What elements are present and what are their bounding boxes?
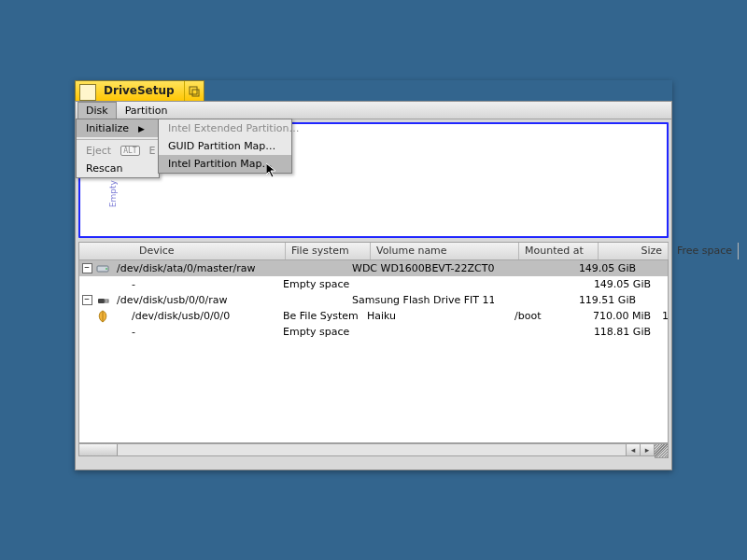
menu-initialize[interactable]: Initialize ▶ [77, 119, 159, 137]
row-icon [94, 294, 111, 307]
col-device[interactable]: Device [134, 243, 286, 259]
cell-free [656, 284, 668, 286]
cell-filesystem [262, 300, 346, 301]
resize-handle[interactable] [655, 443, 669, 458]
cell-device: /dev/disk/usb/0/0/raw [111, 293, 262, 307]
cell-filesystem: Empty space [277, 325, 361, 339]
scroll-left-button[interactable]: ◂ [627, 443, 641, 456]
cell-size: 118.81 GiB [587, 325, 656, 339]
svg-rect-4 [98, 299, 105, 303]
table-row[interactable]: −/dev/disk/ata/0/master/rawWDC WD1600BEV… [79, 260, 668, 276]
disk-dropdown: Initialize ▶ Eject ALT E Rescan [76, 119, 160, 178]
col-size[interactable]: Size [599, 243, 669, 259]
menu-disk[interactable]: Disk [78, 102, 117, 119]
submenu-arrow-icon: ▶ [138, 124, 145, 133]
cell-device: - [111, 325, 277, 339]
window-title: DriveSetup [102, 81, 184, 102]
row-expander[interactable]: − [79, 295, 94, 305]
col-expander[interactable] [79, 243, 106, 259]
col-icon [106, 243, 134, 259]
table-row[interactable]: −/dev/disk/usb/0/0/rawSamsung Flash Driv… [79, 292, 668, 308]
cell-device: /dev/disk/usb/0/0/0 [111, 309, 277, 323]
menu-eject-label: Eject [86, 145, 111, 157]
menu-rescan-label: Rescan [86, 162, 122, 175]
scroll-right-button[interactable]: ▸ [641, 443, 655, 456]
svg-rect-1 [192, 90, 199, 96]
horizontal-scrollbar[interactable]: ◂ ▸ [78, 443, 669, 456]
cell-volume [361, 331, 509, 333]
column-headers: Device File system Volume name Mounted a… [79, 243, 668, 260]
cell-volume: Haiku [361, 309, 509, 323]
cell-device: - [111, 277, 277, 291]
svg-rect-5 [105, 300, 108, 302]
menu-rescan[interactable]: Rescan [77, 160, 159, 177]
menu-intel-extended-label: Intel Extended Partition… [168, 122, 299, 134]
client-area: Disk Partition Empty space Device File s… [75, 101, 672, 470]
col-filesystem[interactable]: File system [286, 243, 371, 259]
cell-mounted: /boot [509, 309, 587, 323]
table-row[interactable]: -Empty space118.81 GiB [79, 324, 668, 340]
menu-separator [77, 139, 159, 140]
scrollbar-track[interactable] [78, 443, 627, 456]
partition-list: Device File system Volume name Mounted a… [78, 242, 669, 443]
col-mounted[interactable]: Mounted at [519, 243, 599, 259]
eject-shortcut: ALT [120, 146, 139, 156]
svg-rect-0 [190, 87, 197, 94]
cell-volume [361, 284, 509, 286]
menubar: Disk Partition [76, 102, 671, 119]
cell-free [656, 331, 668, 333]
titlebar[interactable]: DriveSetup [75, 80, 204, 102]
menu-partition[interactable]: Partition [117, 102, 176, 119]
table-row[interactable]: -Empty space149.05 GiB [79, 276, 668, 292]
table-row[interactable]: /dev/disk/usb/0/0/0Be File SystemHaiku/b… [79, 308, 668, 324]
close-button[interactable] [79, 84, 96, 101]
drivesetup-window: DriveSetup Disk Partition Empty space De… [75, 80, 672, 470]
cell-device: /dev/disk/ata/0/master/raw [111, 261, 262, 275]
menu-intel-map[interactable]: Intel Partition Map… [159, 155, 291, 173]
eject-shortcut-key: E [149, 145, 156, 157]
zoom-icon [189, 86, 200, 97]
cell-size: 149.05 GiB [572, 261, 641, 275]
scrollbar-thumb[interactable] [79, 444, 118, 455]
menu-intel-extended[interactable]: Intel Extended Partition… [159, 119, 291, 137]
menu-guid-map-label: GUID Partition Map… [168, 140, 275, 152]
menu-initialize-label: Initialize [86, 122, 129, 134]
col-volume[interactable]: Volume name [371, 243, 519, 259]
cell-mounted [494, 268, 572, 270]
cell-volume: WDC WD1600BEVT-22ZCT0 [346, 261, 494, 275]
cell-size: 710.00 MiB [587, 309, 656, 323]
initialize-submenu: Intel Extended Partition… GUID Partition… [158, 119, 292, 174]
cell-mounted [509, 284, 587, 286]
cell-free [641, 268, 668, 270]
svg-point-3 [106, 268, 107, 270]
menu-eject[interactable]: Eject ALT E [77, 142, 159, 160]
cell-filesystem: Empty space [277, 277, 361, 291]
col-free[interactable]: Free space [669, 243, 739, 259]
zoom-button[interactable] [184, 81, 204, 102]
cell-filesystem: Be File System [277, 309, 361, 323]
cell-filesystem [262, 268, 346, 270]
menu-guid-map[interactable]: GUID Partition Map… [159, 137, 291, 155]
cell-size: 119.51 GiB [572, 293, 641, 307]
cell-free: 112.58 MiB [656, 309, 668, 323]
cell-size: 149.05 GiB [587, 277, 656, 291]
cell-free [641, 300, 668, 301]
menu-intel-map-label: Intel Partition Map… [168, 158, 272, 170]
table-body: −/dev/disk/ata/0/master/rawWDC WD1600BEV… [79, 260, 668, 442]
cell-volume: Samsung Flash Drive FIT 1100 [346, 293, 494, 307]
row-expander[interactable]: − [79, 263, 94, 273]
cell-mounted [509, 331, 587, 333]
row-icon [94, 310, 111, 323]
cell-mounted [494, 300, 572, 301]
row-icon [94, 264, 111, 273]
